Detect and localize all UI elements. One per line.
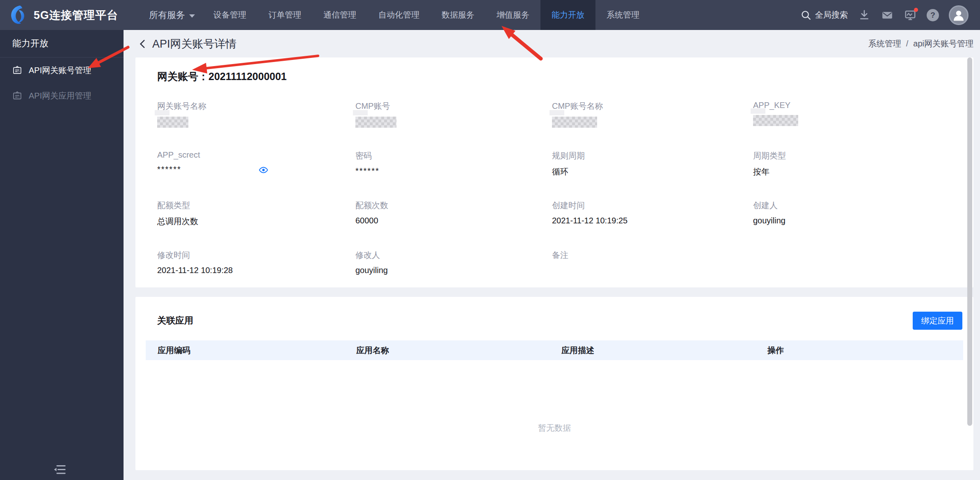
field-cmp-account-name: CMP账号名称 [552, 101, 753, 150]
related-apps-card: 关联应用 绑定应用 应用编码 应用名称 应用描述 操作 暂无数据 [135, 297, 973, 470]
bind-app-button[interactable]: 绑定应用 [913, 312, 962, 330]
field-modifier: 修改人 gouyiling [355, 250, 552, 299]
related-apps-table: 应用编码 应用名称 应用描述 操作 暂无数据 [146, 340, 963, 434]
column-actions: 操作 [756, 345, 963, 356]
detail-grid: 网关账号名称 CMP账号 CMP账号名称 APP_KEY APP_screct … [157, 101, 973, 299]
brand-logo-icon [9, 5, 30, 26]
redacted-value [753, 115, 798, 126]
mail-icon[interactable] [881, 9, 894, 22]
column-app-description: 应用描述 [550, 345, 756, 356]
top-navbar: 5G连接管理平台 所有服务 设备管理 订单管理 通信管理 自动化管理 数据服务 … [0, 0, 980, 30]
gateway-account-number: 20211112000001 [208, 71, 287, 82]
sidebar-item-label: API网关应用管理 [29, 90, 91, 101]
field-remark: 备注 [552, 250, 753, 299]
nav-item-automation[interactable]: 自动化管理 [367, 0, 430, 30]
global-search-label: 全局搜索 [815, 9, 848, 21]
field-cycle-type: 周期类型 按年 [753, 150, 973, 200]
field-app-secret: APP_screct ****** [157, 150, 355, 200]
nav-right-cluster: 全局搜索 ? [800, 0, 980, 30]
brand: 5G连接管理平台 [0, 0, 118, 30]
clipboard-icon [12, 65, 22, 75]
notification-badge [914, 8, 918, 12]
page-header: API网关账号详情 系统管理 / api网关账号管理 [124, 30, 980, 57]
column-app-name: 应用名称 [344, 345, 550, 356]
field-gateway-account-name: 网关账号名称 [157, 101, 355, 150]
nav-item-all-services[interactable]: 所有服务 [138, 0, 202, 30]
table-header-row: 应用编码 应用名称 应用描述 操作 [146, 340, 963, 360]
sidebar-collapse-icon[interactable] [53, 464, 66, 476]
field-quota-count: 配额次数 60000 [355, 200, 552, 250]
back-button[interactable] [137, 39, 148, 49]
redacted-value [157, 117, 188, 128]
monitor-icon[interactable] [904, 9, 917, 22]
account-detail-card: 网关账号：20211112000001 网关账号名称 CMP账号 CMP账号名称… [135, 57, 973, 287]
column-app-code: 应用编码 [146, 345, 344, 356]
related-apps-title: 关联应用 [157, 315, 193, 327]
nav-menu: 所有服务 设备管理 订单管理 通信管理 自动化管理 数据服务 增值服务 能力开放… [138, 0, 650, 30]
user-icon [952, 8, 966, 22]
eye-icon[interactable] [259, 165, 268, 175]
sidebar-header: 能力开放 [0, 30, 124, 57]
nav-item-capability-open[interactable]: 能力开放 [540, 0, 595, 30]
breadcrumb: 系统管理 / api网关账号管理 [868, 38, 973, 49]
redacted-value [355, 117, 396, 128]
field-modify-time: 修改时间 2021-11-12 10:19:28 [157, 250, 355, 299]
breadcrumb-separator: / [906, 39, 909, 48]
vertical-scrollbar-thumb[interactable] [967, 57, 972, 426]
field-quota-type: 配额类型 总调用次数 [157, 200, 355, 250]
field-create-time: 创建时间 2021-11-12 10:19:25 [552, 200, 753, 250]
chevron-left-icon [137, 39, 148, 49]
nav-item-value-added[interactable]: 增值服务 [485, 0, 540, 30]
field-app-key: APP_KEY [753, 101, 973, 150]
app-title: 5G连接管理平台 [34, 8, 118, 23]
nav-item-system[interactable]: 系统管理 [595, 0, 650, 30]
field-password: 密码 ****** [355, 150, 552, 200]
sidebar: 能力开放 API网关账号管理 API网关应用管理 [0, 30, 124, 480]
page-title: API网关账号详情 [152, 37, 237, 51]
gateway-account-title: 网关账号：20211112000001 [157, 70, 973, 83]
nav-item-data-service[interactable]: 数据服务 [430, 0, 485, 30]
help-icon[interactable]: ? [927, 9, 939, 21]
global-search[interactable]: 全局搜索 [800, 9, 848, 21]
search-icon [800, 9, 812, 21]
field-rule-cycle: 规则周期 循环 [552, 150, 753, 200]
field-creator: 创建人 gouyiling [753, 200, 973, 250]
download-icon[interactable] [858, 9, 871, 22]
breadcrumb-system[interactable]: 系统管理 [868, 38, 901, 49]
avatar[interactable] [949, 5, 969, 25]
clipboard-icon [12, 91, 22, 101]
field-cmp-account: CMP账号 [355, 101, 552, 150]
sidebar-item-api-gateway-account[interactable]: API网关账号管理 [0, 57, 124, 83]
sidebar-item-label: API网关账号管理 [29, 65, 91, 76]
chevron-down-icon [189, 14, 195, 18]
redacted-value [552, 117, 597, 128]
nav-item-communication[interactable]: 通信管理 [312, 0, 367, 30]
sidebar-item-api-gateway-app[interactable]: API网关应用管理 [0, 83, 124, 108]
nav-item-order[interactable]: 订单管理 [257, 0, 312, 30]
breadcrumb-current[interactable]: api网关账号管理 [913, 38, 973, 49]
field-empty [753, 250, 973, 299]
empty-state-text: 暂无数据 [146, 360, 963, 434]
nav-item-device[interactable]: 设备管理 [202, 0, 257, 30]
